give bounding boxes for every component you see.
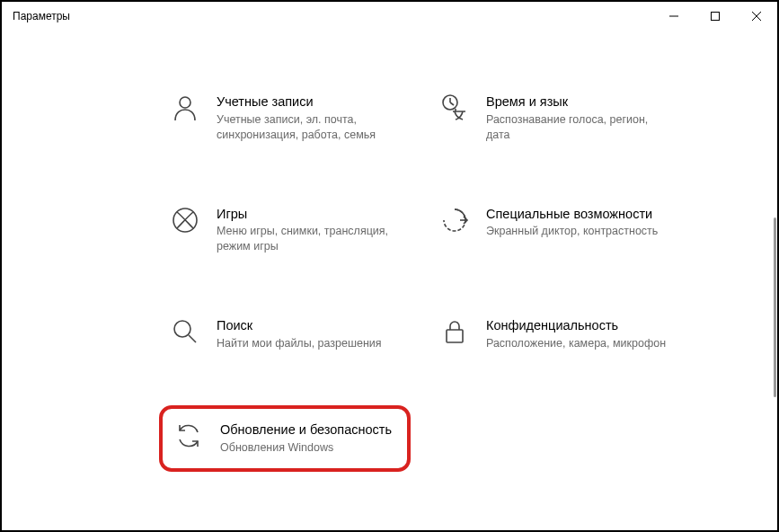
scrollbar[interactable] [774, 217, 776, 397]
tile-desc: Найти мои файлы, разрешения [217, 336, 400, 351]
sync-icon [173, 421, 204, 452]
tile-title: Конфиденциальность [486, 317, 669, 334]
tile-title: Специальные возможности [486, 206, 669, 223]
time-language-icon [439, 93, 470, 124]
svg-point-4 [180, 97, 190, 108]
tile-desc: Меню игры, снимки, трансляция, режим игр… [217, 224, 400, 254]
ease-of-access-icon [439, 206, 470, 236]
svg-line-11 [189, 335, 196, 342]
tile-title: Поиск [217, 317, 400, 334]
tile-title: Обновление и безопасность [220, 421, 396, 439]
tile-desc: Обновления Windows [220, 440, 396, 456]
close-button[interactable] [736, 2, 777, 31]
svg-rect-12 [447, 330, 463, 342]
tile-privacy[interactable]: Конфиденциальность Расположение, камера,… [429, 308, 680, 360]
xbox-icon [170, 206, 200, 236]
svg-rect-1 [712, 13, 720, 21]
window-controls [653, 2, 777, 31]
tile-ease-of-access[interactable]: Специальные возможности Экранный диктор,… [429, 197, 680, 264]
svg-point-10 [174, 321, 190, 337]
tile-time-language[interactable]: Время и язык Распознавание голоса, регио… [429, 84, 680, 152]
tile-accounts[interactable]: Учетные записи Учетные записи, эл. почта… [159, 84, 411, 152]
tile-search[interactable]: Поиск Найти мои файлы, разрешения [159, 308, 411, 360]
tile-desc: Распознавание голоса, регион, дата [486, 112, 669, 143]
settings-grid: Учетные записи Учетные записи, эл. почта… [2, 31, 777, 490]
window-title: Параметры [13, 10, 70, 22]
lock-icon [439, 317, 470, 348]
tile-games[interactable]: Игры Меню игры, снимки, трансляция, режи… [159, 197, 411, 264]
search-icon [170, 317, 200, 348]
tile-desc: Экранный диктор, контрастность [486, 224, 669, 239]
person-icon [170, 93, 200, 124]
tile-update-security[interactable]: Обновление и безопасность Обновления Win… [159, 405, 411, 472]
maximize-button[interactable] [695, 2, 736, 31]
tile-title: Время и язык [486, 93, 669, 111]
minimize-button[interactable] [653, 2, 695, 31]
svg-line-7 [450, 102, 454, 105]
tile-title: Игры [217, 206, 400, 223]
tile-desc: Учетные записи, эл. почта, синхронизация… [217, 112, 400, 143]
tile-desc: Расположение, камера, микрофон [486, 336, 669, 351]
tile-title: Учетные записи [217, 93, 400, 111]
